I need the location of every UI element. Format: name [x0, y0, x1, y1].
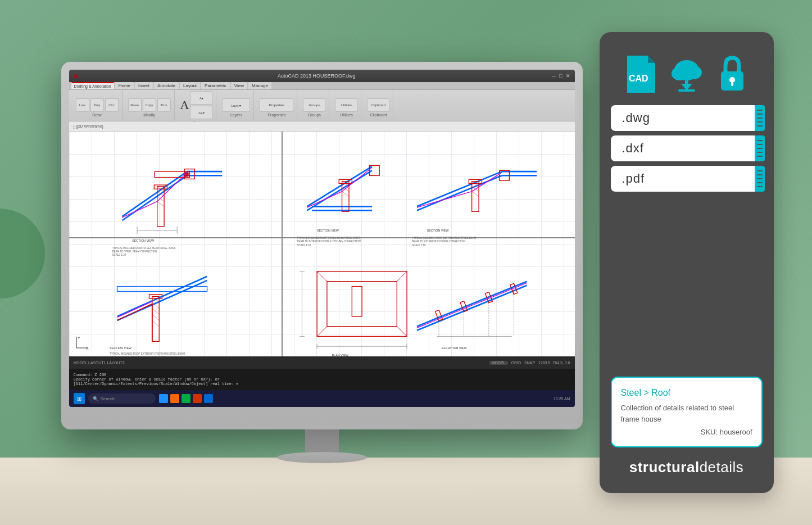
copy-btn[interactable]: Copy: [143, 98, 156, 112]
grid-indicator: GRID: [511, 361, 521, 365]
layer-btn[interactable]: Layer▾: [222, 98, 250, 112]
line-btn[interactable]: Line: [76, 98, 89, 112]
ribbon-tab-insert[interactable]: Insert: [135, 82, 153, 89]
monitor-stand-neck: [305, 429, 339, 452]
tab-line-2: [757, 114, 763, 115]
close-btn[interactable]: ✕: [566, 73, 570, 79]
cloud-download-svg: [667, 55, 706, 94]
svg-line-74: [317, 271, 327, 282]
model-space-btn[interactable]: MODEL: [489, 361, 508, 365]
trim-btn[interactable]: Trim: [157, 98, 171, 112]
svg-text:SECTION VIEW: SECTION VIEW: [110, 346, 132, 350]
minimize-btn[interactable]: ─: [552, 73, 556, 79]
brand-name: structuraldetails: [629, 459, 744, 476]
titlebar-text: AutoCAD 2013 HOUSEROOF.dwg: [81, 73, 552, 79]
taskbar-icon-1[interactable]: [159, 394, 168, 403]
format-label-dwg: .dwg: [622, 111, 650, 125]
tab-line-6: [757, 140, 763, 141]
ribbon-group-draw: Line Poly Circ Draw: [72, 90, 123, 125]
polyline-btn[interactable]: Poly: [90, 98, 104, 112]
svg-line-0: [122, 171, 187, 216]
format-tab-dwg: [755, 105, 765, 131]
svg-text:SECTION VIEW: SECTION VIEW: [317, 229, 339, 232]
svg-line-47: [471, 192, 478, 197]
svg-line-31: [342, 192, 348, 197]
taskbar-search[interactable]: 🔍 Search: [88, 393, 156, 404]
svg-text:SCALE 1:10: SCALE 1:10: [112, 254, 126, 256]
path-text: [-][2D Wireframe]: [74, 124, 103, 128]
cloud-download-icon-item: [667, 55, 706, 94]
maximize-btn[interactable]: □: [559, 73, 562, 79]
svg-line-60: [152, 296, 158, 302]
move-btn[interactable]: Move: [128, 98, 142, 112]
svg-point-110: [686, 66, 702, 79]
autocad-ui: A AutoCAD 2013 HOUSEROOF.dwg ─ □ ✕ Draft…: [69, 70, 575, 407]
ribbon-group-properties: Properties Properties: [256, 90, 297, 125]
cad-file-svg: CAD: [624, 55, 658, 94]
product-icons-row: CAD: [624, 55, 749, 94]
utilities-btn[interactable]: Utilities: [335, 98, 357, 112]
tab-line-9: [757, 152, 763, 153]
ribbon-group-groups: Groups Groups: [300, 90, 329, 125]
circle-btn[interactable]: Circ: [105, 98, 119, 112]
cad-icon-item: CAD: [624, 55, 658, 94]
svg-line-38: [416, 171, 501, 206]
format-item-pdf[interactable]: .pdf: [611, 166, 763, 192]
lock-icon-item: [715, 55, 749, 94]
clipboard-btn[interactable]: Clipboard: [367, 98, 389, 112]
taskbar-icon-3[interactable]: [182, 394, 190, 403]
svg-text:SCALE 1:10: SCALE 1:10: [412, 244, 426, 247]
svg-text:Y: Y: [78, 336, 80, 340]
status-text: MODEL LAYOUT1 LAYOUT2: [74, 361, 125, 365]
text-multiline-btn[interactable]: Aa▾: [190, 106, 212, 119]
svg-rect-116: [731, 82, 733, 86]
ribbon-group-utilities: Utilities Utilities: [332, 90, 361, 125]
cad-file-icon: CAD: [624, 55, 658, 94]
svg-line-70: [117, 301, 152, 317]
svg-line-21: [157, 173, 187, 202]
cad-canvas[interactable]: SECTION VIEW TYPICAL INCLINED ROOF STEEL…: [69, 132, 575, 356]
tab-line-4: [757, 121, 763, 123]
command-line-1: Command: Z 200: [74, 373, 570, 377]
svg-line-63: [152, 314, 158, 320]
brand-prefix: structural: [629, 459, 700, 476]
ribbon-content: Line Poly Circ Draw Move Copy: [69, 90, 575, 125]
format-tab-pdf: [755, 166, 765, 192]
taskbar-right: 10:25 AM: [554, 397, 570, 401]
taskbar: ⊞ 🔍 Search 10:25: [69, 390, 575, 407]
autocad-statusbar: MODEL LAYOUT1 LAYOUT2 MODEL GRID SNAP 12…: [69, 356, 575, 369]
tab-line-13: [757, 178, 763, 179]
taskbar-start-button[interactable]: ⊞: [74, 393, 85, 404]
format-tab-dxf: [755, 135, 765, 161]
ribbon-group-text: A A▾ Aa▾ Text: [177, 90, 217, 125]
taskbar-icon-5[interactable]: [204, 394, 213, 403]
scene-container: A AutoCAD 2013 HOUSEROOF.dwg ─ □ ✕ Draft…: [0, 0, 812, 525]
ribbon-tab-view[interactable]: View: [231, 82, 247, 89]
format-label-dxf: .dxf: [622, 141, 644, 156]
groups-btn[interactable]: Groups: [303, 98, 325, 112]
tab-line-14: [757, 182, 763, 183]
taskbar-icon-4[interactable]: [193, 394, 202, 403]
ribbon-tab-manage[interactable]: Manage: [248, 82, 271, 89]
svg-line-75: [397, 271, 407, 282]
ribbon-tab-drafting[interactable]: Drafting & Annotation: [71, 82, 114, 89]
svg-text:TYPICAL INCLINED ROOF DISTRIBU: TYPICAL INCLINED ROOF DISTRIBUTED STEEL …: [412, 237, 476, 239]
text-style-btn[interactable]: A▾: [190, 91, 212, 105]
ribbon-tab-annotate[interactable]: Annotate: [154, 82, 179, 89]
ribbon-tab-parametric[interactable]: Parametric: [201, 82, 230, 89]
svg-line-52: [416, 192, 471, 207]
svg-text:BEAM TO EXTERIOR COLUMN CONNEC: BEAM TO EXTERIOR COLUMN CONNECTION: [412, 240, 465, 243]
ribbon-tab-home[interactable]: Home: [115, 82, 134, 89]
monitor-stand-base: [277, 452, 367, 463]
taskbar-icon-2[interactable]: [170, 394, 179, 403]
svg-text:TYPICAL INCLINED ROOF STEEL BE: TYPICAL INCLINED ROOF STEEL BEAM RIDGE J…: [112, 247, 175, 250]
ribbon-tabs: Drafting & Annotation Home Insert Annota…: [69, 82, 575, 90]
command-line-3: [All/Center/Dynamic/Extents/Previous/Sca…: [74, 382, 570, 386]
format-item-dwg[interactable]: .dwg: [611, 105, 763, 131]
svg-text:BEAM TO INTERIOR DOUBLE COLUMN: BEAM TO INTERIOR DOUBLE COLUMN CONNECTIO…: [297, 240, 360, 243]
ribbon-tab-layout[interactable]: Layout: [180, 82, 200, 89]
taskbar-pinned-icons: [159, 394, 213, 403]
lock-svg: [715, 55, 749, 94]
properties-btn[interactable]: Properties: [260, 98, 293, 112]
format-item-dxf[interactable]: .dxf: [611, 135, 763, 161]
